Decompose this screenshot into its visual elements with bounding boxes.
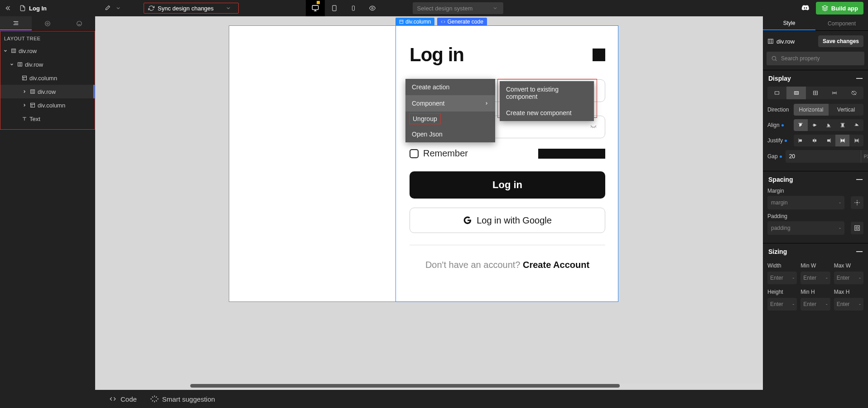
discord-icon[interactable] [800,2,811,14]
svg-point-6 [77,21,82,26]
direction-horizontal[interactable]: Horizontal [794,104,829,116]
menu-item-convert-existing[interactable]: Convert to existing component [500,81,594,105]
align-center[interactable] [808,119,822,131]
minh-input[interactable]: Enter- [800,298,830,311]
left-tab-variants[interactable] [63,16,95,30]
document-name[interactable]: Log In [15,5,50,12]
tree-node-label: div.column [38,102,65,109]
tree-node-div-row[interactable]: div.row [0,44,95,58]
build-app-button[interactable]: Build app [816,2,863,15]
preview-eye-button[interactable] [363,0,382,16]
gap-unit[interactable]: PX [861,150,868,163]
display-inline-button[interactable] [825,87,844,99]
svg-point-14 [772,56,776,60]
generate-code-chip[interactable]: Generate code [437,18,487,26]
justify-space-between[interactable] [835,135,849,146]
display-block-button[interactable] [767,87,786,99]
remember-checkbox-group[interactable]: Remember [410,148,468,159]
direction-vertical[interactable]: Vertical [829,104,863,116]
scrollbar-thumb[interactable] [190,384,620,388]
google-icon [463,216,472,225]
left-panel: LAYOUT TREE div.row div.row div.column [0,16,95,408]
display-grid-button[interactable] [806,87,825,99]
columns-icon [17,61,23,68]
file-icon [19,5,26,12]
left-tab-target[interactable] [32,16,63,30]
design-frame[interactable]: Log in Remember [229,25,618,302]
justify-start[interactable] [794,135,808,146]
right-tabs: Style Component [763,16,868,31]
device-tablet-button[interactable] [325,0,344,16]
chevron-right-icon [484,101,489,106]
create-account-link[interactable]: Create Account [523,260,589,270]
left-tabs [0,16,95,31]
align-end[interactable] [822,119,836,131]
collapse-icon [856,179,863,180]
left-tab-layers[interactable] [0,16,32,30]
canvas[interactable]: div.column Generate code Log in [95,16,763,390]
justify-space-around[interactable] [849,135,863,146]
sync-design-changes-button[interactable]: Sync design changes [144,3,239,14]
section-display-header[interactable]: Display [763,70,868,87]
bottombar-smart[interactable]: Smart suggestion [150,395,215,403]
device-phone-button[interactable] [344,0,363,16]
google-login-button[interactable]: Log in with Google [410,208,605,233]
svg-rect-40 [855,226,860,231]
property-search[interactable]: Search property [767,52,864,65]
save-changes-button[interactable]: Save changes [818,35,863,47]
svg-rect-22 [828,124,829,126]
menu-item-create-action[interactable]: Create action [405,79,495,95]
layers-icon [821,5,829,12]
layout-tree: div.row div.row div.column div.row [0,44,95,126]
gap-value-input[interactable] [786,153,861,160]
login-submit-label: Log in [492,179,522,191]
maxw-input[interactable]: Enter- [834,272,863,284]
svg-point-3 [371,7,373,9]
width-input[interactable]: Enter- [767,272,797,284]
menu-item-component[interactable]: Component [405,95,495,112]
padding-input[interactable]: padding- [767,221,844,235]
back-icon[interactable] [5,5,12,12]
canvas-horizontal-scrollbar[interactable] [190,384,763,388]
chevron-down-icon[interactable] [115,5,122,12]
margin-input[interactable]: margin- [767,196,844,209]
selection-chip-element[interactable]: div.column [395,18,434,26]
align-baseline[interactable] [849,119,863,131]
tab-component[interactable]: Component [815,16,868,30]
padding-expand-button[interactable] [851,222,863,234]
display-flex-button[interactable] [786,87,805,99]
login-submit-button[interactable]: Log in [410,171,605,199]
margin-expand-button[interactable] [851,196,863,209]
design-system-select[interactable]: Select design system [413,2,503,14]
menu-item-open-json[interactable]: Open Json [405,126,495,142]
svg-rect-25 [843,124,844,126]
height-input[interactable]: Enter- [767,298,797,311]
align-stretch[interactable] [835,119,849,131]
minh-label: Min H [800,289,830,295]
minw-input[interactable]: Enter- [800,272,830,284]
menu-item-create-new[interactable]: Create new component [500,105,594,121]
tree-node-div-row[interactable]: div.row [0,58,95,71]
forgot-link-placeholder[interactable] [538,149,605,159]
maxh-input[interactable]: Enter- [834,298,863,311]
menu-item-ungroup[interactable]: Ungroup [408,112,442,125]
bottombar-code[interactable]: Code [109,395,137,403]
search-icon [771,55,777,62]
tree-node-div-row-selected[interactable]: div.row [0,85,95,98]
display-none-button[interactable] [844,87,863,99]
checkbox-icon[interactable] [410,149,419,158]
device-desktop-button[interactable] [306,0,325,16]
tree-node-text[interactable]: Text [0,112,95,126]
justify-center[interactable] [808,135,822,146]
align-start[interactable] [794,119,808,131]
tree-node-div-column[interactable]: div.column [0,71,95,85]
section-spacing-header[interactable]: Spacing [763,171,868,188]
tree-node-div-column[interactable]: div.column [0,98,95,112]
tab-style[interactable]: Style [763,16,815,30]
section-sizing-header[interactable]: Sizing [763,243,868,260]
bottom-bar: Code Smart suggestion [95,390,763,408]
gap-input[interactable]: PX [786,150,868,163]
justify-end[interactable] [822,135,836,146]
eye-closed-icon[interactable] [588,124,598,130]
edit-icon[interactable] [104,5,111,12]
